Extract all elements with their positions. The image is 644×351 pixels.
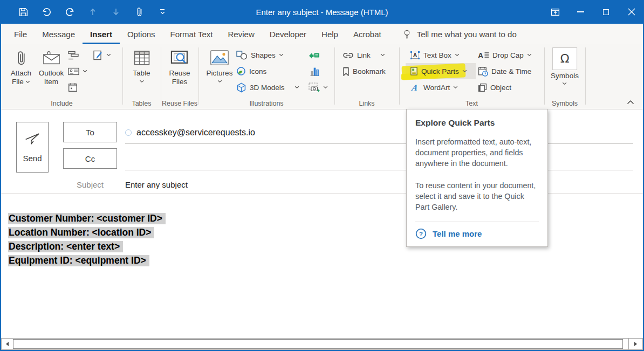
minimize-button[interactable] [568,0,593,24]
chart-button[interactable] [310,64,320,79]
cc-button[interactable]: Cc [63,148,117,169]
quick-parts-button[interactable]: Quick Parts [406,63,476,79]
scrollbar-thumb[interactable] [13,339,623,349]
tab-acrobat[interactable]: Acrobat [346,24,389,44]
bookmark-button[interactable]: Bookmark [342,64,386,79]
group-links: Link Bookmark Links [334,44,399,109]
ribbon-tab-row: File Message Insert Options Format Text … [1,24,643,44]
chevron-down-icon [562,82,567,85]
close-button[interactable] [619,0,644,24]
poll-icon [68,51,79,60]
tab-review[interactable]: Review [221,24,262,44]
icons-icon [236,66,246,76]
reuse-files-label-line2: Files [172,78,188,86]
shapes-button[interactable]: Shapes [236,47,284,63]
quick-parts-label: Quick Parts [421,67,459,75]
object-icon [478,83,487,92]
tooltip-paragraph-2: To reuse content in your document, selec… [415,180,539,212]
tab-developer[interactable]: Developer [262,24,314,44]
send-plane-icon [24,132,40,146]
send-button[interactable]: Send [16,122,49,173]
outlook-item-button[interactable]: Outlook Item [36,46,67,86]
omega-icon: Ω [558,52,572,66]
group-symbols: Ω Symbols Symbols [544,44,585,109]
group-text: A Text Box Quick Parts A WordArt [399,44,544,109]
chevron-down-icon [25,80,30,84]
pictures-button[interactable]: Pictures [204,46,235,83]
to-field[interactable]: accesskey@servicerequests.io [125,122,633,144]
tab-insert[interactable]: Insert [83,24,120,44]
business-card-icon [68,67,79,75]
minimize-icon [577,11,584,12]
text-box-label: Text Box [423,51,451,59]
business-card-button[interactable] [68,64,87,79]
object-button[interactable]: Object [478,80,511,95]
tab-format-text[interactable]: Format Text [163,24,221,44]
to-label: To [86,128,94,137]
scroll-right-button[interactable] [628,339,642,349]
date-time-button[interactable]: Date & Time [478,64,531,79]
body-line: Equipment ID: <equipment ID> [8,253,643,267]
subject-label: Subject [63,180,117,189]
attach-file-button[interactable]: Attach File [6,46,36,86]
wordart-icon: A [410,83,420,92]
tab-options[interactable]: Options [120,24,163,44]
svg-text:A: A [413,52,417,58]
paperclip-icon [16,48,27,67]
tab-message[interactable]: Message [35,24,83,44]
table-icon [133,50,150,66]
poll-button[interactable] [68,47,79,63]
subject-field[interactable]: Enter any subject [125,180,188,189]
tell-me-box[interactable]: Tell me what you want to do [403,24,517,44]
svg-text:Ω: Ω [560,52,570,65]
presence-icon [125,129,132,136]
drop-cap-icon: A [478,51,489,59]
collapse-ribbon-button[interactable] [627,100,634,105]
tell-me-more-link[interactable]: ? Tell me more [415,222,539,246]
scroll-left-button[interactable] [2,339,12,349]
symbols-button[interactable]: Ω Symbols [551,47,579,85]
calendar-icon [68,82,78,92]
screenshot-button[interactable] [309,80,328,95]
chevron-down-icon [217,80,222,83]
maximize-icon [603,9,609,15]
table-label: Table [133,69,150,78]
svg-text:A: A [478,51,483,59]
maximize-button[interactable] [593,0,619,24]
reuse-files-button[interactable]: Reuse Files [169,46,190,86]
pictures-icon [210,50,229,66]
tab-help[interactable]: Help [314,24,346,44]
table-button[interactable]: Table [133,46,150,83]
quick-parts-icon [410,66,418,76]
tooltip-paragraph-1: Insert preformatted text, auto-text, doc… [415,136,539,169]
to-button[interactable]: To [63,122,117,142]
3d-models-button[interactable]: 3D Models [236,80,299,95]
link-button[interactable]: Link [342,47,385,63]
tab-file[interactable]: File [6,24,35,44]
signature-button[interactable] [93,47,111,63]
svg-text:A: A [410,83,419,92]
cc-label: Cc [85,154,95,163]
3d-models-icon [236,82,246,93]
ribbon-display-options-button[interactable] [543,0,568,24]
drop-cap-button[interactable]: A Drop Cap [478,47,532,63]
text-box-button[interactable]: A Text Box [410,47,460,63]
window-controls [543,0,644,24]
date-time-label: Date & Time [491,67,531,75]
wordart-button[interactable]: A WordArt [410,80,458,95]
send-label: Send [23,154,42,163]
body-line-text: Equipment ID: <equipment ID> [8,255,149,266]
chevron-down-icon [279,53,284,57]
smartart-button[interactable] [309,47,320,63]
horizontal-scrollbar[interactable] [1,338,643,350]
cc-field[interactable] [125,148,633,170]
signature-icon [93,50,103,60]
chevron-down-icon [455,53,460,57]
link-icon [342,52,354,59]
group-label-symbols: Symbols [544,100,585,107]
chevron-down-icon [453,86,458,89]
icons-button[interactable]: Icons [236,64,266,79]
calendar-button[interactable] [68,80,78,95]
screenshot-icon [309,82,320,93]
tell-me-more-label: Tell me more [433,229,482,238]
